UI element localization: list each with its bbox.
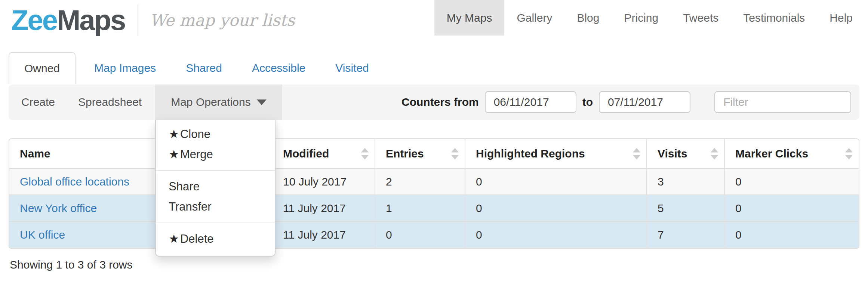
sort-icon — [451, 148, 459, 159]
zeemaps-page: ZeeMaps We map your lists My Maps Galler… — [0, 0, 868, 285]
spreadsheet-button[interactable]: Spreadsheet — [78, 96, 142, 108]
top-nav: My Maps Gallery Blog Pricing Tweets Test… — [434, 0, 865, 36]
table-row: New York office 11 July 2017 1 0 5 0 — [9, 195, 859, 221]
entries-cell: 0 — [375, 221, 465, 248]
nav-item-my-maps[interactable]: My Maps — [434, 0, 505, 36]
marker-clicks-cell: 0 — [724, 168, 859, 195]
sort-icon — [361, 148, 369, 159]
column-header-modified[interactable]: Modified — [272, 139, 375, 168]
menu-item-delete[interactable]: ★Delete — [156, 229, 275, 249]
column-header-marker-clicks[interactable]: Marker Clicks — [724, 139, 859, 168]
map-link[interactable]: New York office — [20, 202, 97, 214]
map-link[interactable]: UK office — [20, 229, 65, 241]
brand-divider — [138, 4, 138, 36]
visits-cell: 3 — [647, 168, 724, 195]
star-icon: ★ — [169, 148, 179, 161]
tab-map-images[interactable]: Map Images — [83, 52, 167, 84]
menu-item-clone[interactable]: ★Clone — [156, 124, 275, 144]
highlighted-regions-cell: 0 — [465, 221, 647, 248]
table-row: Global office locations 10 July 2017 2 0… — [9, 168, 859, 195]
marker-clicks-cell: 0 — [724, 195, 859, 221]
table-header-row: Name Modified Entries Highlighted Region… — [9, 139, 859, 168]
logo-maps: Maps — [57, 4, 125, 36]
header: ZeeMaps We map your lists My Maps Galler… — [0, 0, 868, 42]
menu-item-merge-label: Merge — [180, 148, 213, 161]
column-header-entries[interactable]: Entries — [375, 139, 465, 168]
menu-divider — [156, 170, 275, 171]
filter-input[interactable] — [714, 91, 851, 113]
highlighted-regions-cell: 0 — [465, 195, 647, 221]
nav-item-tweets[interactable]: Tweets — [671, 0, 731, 36]
highlighted-regions-cell: 0 — [465, 168, 647, 195]
logo-zee: Zee — [11, 4, 57, 36]
visits-cell: 7 — [647, 221, 724, 248]
entries-cell: 2 — [375, 168, 465, 195]
marker-clicks-cell: 0 — [724, 221, 859, 248]
create-button[interactable]: Create — [21, 96, 55, 108]
maps-tabs: Owned Map Images Shared Accessible Visit… — [9, 52, 859, 84]
visits-cell: 5 — [647, 195, 724, 221]
brand-tagline: We map your lists — [150, 11, 295, 30]
menu-item-share[interactable]: Share — [156, 177, 275, 197]
sort-icon — [633, 148, 640, 159]
column-header-visits[interactable]: Visits — [647, 139, 724, 168]
modified-cell: 10 July 2017 — [272, 168, 375, 195]
modified-cell: 11 July 2017 — [272, 195, 375, 221]
maps-table: Name Modified Entries Highlighted Region… — [9, 138, 859, 249]
date-to-input[interactable] — [599, 91, 690, 113]
map-operations-label: Map Operations — [171, 96, 250, 108]
nav-item-testimonials[interactable]: Testimonials — [731, 0, 817, 36]
date-from-input[interactable] — [485, 91, 576, 113]
sort-icon — [845, 148, 853, 159]
menu-item-transfer[interactable]: Transfer — [156, 197, 275, 217]
star-icon: ★ — [169, 233, 179, 245]
nav-item-pricing[interactable]: Pricing — [612, 0, 671, 36]
modified-cell: 11 July 2017 — [272, 221, 375, 248]
map-link[interactable]: Global office locations — [20, 175, 129, 188]
nav-item-gallery[interactable]: Gallery — [504, 0, 564, 36]
tab-shared[interactable]: Shared — [175, 52, 233, 84]
nav-item-blog[interactable]: Blog — [564, 0, 612, 36]
menu-item-share-label: Share — [169, 180, 200, 193]
toolbar: Create Spreadsheet Map Operations ★Clone… — [9, 85, 859, 120]
rows-summary: Showing 1 to 3 of 3 rows — [10, 258, 868, 271]
nav-item-help[interactable]: Help — [817, 0, 865, 36]
sort-icon — [711, 148, 718, 159]
caret-down-icon — [257, 99, 267, 105]
menu-item-transfer-label: Transfer — [169, 200, 211, 213]
column-header-highlighted-regions[interactable]: Highlighted Regions — [465, 139, 647, 168]
counters-from-label: Counters from — [401, 96, 479, 108]
to-label: to — [582, 96, 593, 108]
zeemaps-logo: ZeeMaps — [11, 6, 125, 34]
menu-item-delete-label: Delete — [180, 233, 214, 245]
table-row: UK office 11 July 2017 0 0 7 0 — [9, 221, 859, 248]
counters-controls: Counters from to — [401, 91, 690, 113]
entries-cell: 1 — [375, 195, 465, 221]
tab-owned[interactable]: Owned — [9, 52, 76, 84]
menu-item-merge[interactable]: ★Merge — [156, 144, 275, 165]
map-operations-button[interactable]: Map Operations ★Clone ★Merge Share Trans… — [155, 85, 282, 120]
map-operations-menu: ★Clone ★Merge Share Transfer ★Delete — [155, 120, 276, 257]
menu-divider — [156, 223, 275, 223]
menu-item-clone-label: Clone — [180, 128, 210, 141]
tab-visited[interactable]: Visited — [324, 52, 380, 84]
tab-accessible[interactable]: Accessible — [241, 52, 317, 84]
star-icon: ★ — [169, 128, 179, 141]
brand-logo[interactable]: ZeeMaps We map your lists — [11, 0, 295, 40]
